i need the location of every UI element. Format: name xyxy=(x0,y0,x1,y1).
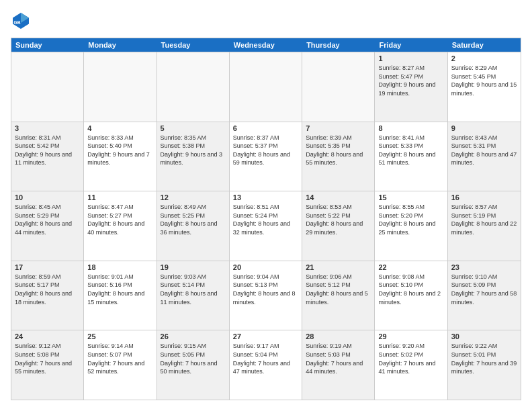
week-row-2: 10Sunrise: 8:45 AM Sunset: 5:29 PM Dayli… xyxy=(11,191,521,261)
cal-cell-1: 1Sunrise: 8:27 AM Sunset: 5:47 PM Daylig… xyxy=(375,52,447,122)
cal-cell-12: 12Sunrise: 8:49 AM Sunset: 5:25 PM Dayli… xyxy=(157,191,230,261)
day-number: 10 xyxy=(15,193,80,201)
day-info: Sunrise: 8:31 AM Sunset: 5:42 PM Dayligh… xyxy=(15,134,80,167)
cal-cell-5: 5Sunrise: 8:35 AM Sunset: 5:38 PM Daylig… xyxy=(157,122,230,191)
cal-cell-17: 17Sunrise: 8:59 AM Sunset: 5:17 PM Dayli… xyxy=(11,261,84,330)
cal-cell-22: 22Sunrise: 9:08 AM Sunset: 5:10 PM Dayli… xyxy=(375,261,447,330)
cal-cell-10: 10Sunrise: 8:45 AM Sunset: 5:29 PM Dayli… xyxy=(11,191,84,261)
cal-cell-empty-0-2 xyxy=(157,52,230,122)
day-number: 16 xyxy=(451,193,517,201)
day-number: 18 xyxy=(87,263,152,271)
cal-cell-26: 26Sunrise: 9:15 AM Sunset: 5:05 PM Dayli… xyxy=(157,330,230,400)
day-info: Sunrise: 8:33 AM Sunset: 5:40 PM Dayligh… xyxy=(87,134,152,167)
calendar-header: SundayMondayTuesdayWednesdayThursdayFrid… xyxy=(11,38,521,52)
day-number: 24 xyxy=(15,332,80,340)
day-number: 5 xyxy=(161,124,226,132)
day-number: 2 xyxy=(451,54,517,62)
day-info: Sunrise: 8:53 AM Sunset: 5:22 PM Dayligh… xyxy=(306,203,371,236)
day-number: 4 xyxy=(87,124,152,132)
day-number: 8 xyxy=(378,124,443,132)
day-info: Sunrise: 8:45 AM Sunset: 5:29 PM Dayligh… xyxy=(15,203,80,236)
day-info: Sunrise: 9:15 AM Sunset: 5:05 PM Dayligh… xyxy=(161,342,226,375)
week-row-1: 3Sunrise: 8:31 AM Sunset: 5:42 PM Daylig… xyxy=(11,122,521,191)
day-number: 15 xyxy=(378,193,443,201)
day-info: Sunrise: 8:41 AM Sunset: 5:33 PM Dayligh… xyxy=(378,134,443,167)
day-number: 21 xyxy=(306,263,371,271)
cal-cell-23: 23Sunrise: 9:10 AM Sunset: 5:09 PM Dayli… xyxy=(448,261,521,330)
day-of-week-monday: Monday xyxy=(84,38,157,52)
header: GB xyxy=(11,11,521,31)
day-info: Sunrise: 8:29 AM Sunset: 5:45 PM Dayligh… xyxy=(451,64,517,97)
day-info: Sunrise: 9:04 AM Sunset: 5:13 PM Dayligh… xyxy=(233,273,298,306)
cal-cell-9: 9Sunrise: 8:43 AM Sunset: 5:31 PM Daylig… xyxy=(448,122,521,191)
day-number: 7 xyxy=(306,124,371,132)
day-info: Sunrise: 8:59 AM Sunset: 5:17 PM Dayligh… xyxy=(15,273,80,306)
day-info: Sunrise: 9:10 AM Sunset: 5:09 PM Dayligh… xyxy=(451,273,517,306)
day-number: 9 xyxy=(451,124,517,132)
day-of-week-thursday: Thursday xyxy=(302,38,375,52)
day-info: Sunrise: 8:39 AM Sunset: 5:35 PM Dayligh… xyxy=(306,134,371,167)
day-of-week-friday: Friday xyxy=(375,38,447,52)
cal-cell-24: 24Sunrise: 9:12 AM Sunset: 5:08 PM Dayli… xyxy=(11,330,84,400)
day-number: 11 xyxy=(87,193,152,201)
day-of-week-saturday: Saturday xyxy=(448,38,521,52)
day-of-week-wednesday: Wednesday xyxy=(230,38,302,52)
day-info: Sunrise: 8:35 AM Sunset: 5:38 PM Dayligh… xyxy=(161,134,226,167)
logo: GB xyxy=(11,11,34,31)
day-number: 13 xyxy=(233,193,298,201)
day-number: 30 xyxy=(451,332,517,340)
day-info: Sunrise: 9:22 AM Sunset: 5:01 PM Dayligh… xyxy=(451,342,517,375)
day-number: 27 xyxy=(233,332,298,340)
day-info: Sunrise: 9:19 AM Sunset: 5:03 PM Dayligh… xyxy=(306,342,371,375)
page: GB SundayMondayTuesdayWednesdayThursdayF… xyxy=(0,0,532,411)
day-info: Sunrise: 9:14 AM Sunset: 5:07 PM Dayligh… xyxy=(87,342,152,375)
cal-cell-14: 14Sunrise: 8:53 AM Sunset: 5:22 PM Dayli… xyxy=(302,191,375,261)
day-info: Sunrise: 8:37 AM Sunset: 5:37 PM Dayligh… xyxy=(233,134,298,167)
day-number: 26 xyxy=(161,332,226,340)
svg-text:GB: GB xyxy=(14,20,21,25)
cal-cell-25: 25Sunrise: 9:14 AM Sunset: 5:07 PM Dayli… xyxy=(84,330,157,400)
day-number: 3 xyxy=(15,124,80,132)
day-info: Sunrise: 8:49 AM Sunset: 5:25 PM Dayligh… xyxy=(161,203,226,236)
day-number: 17 xyxy=(15,263,80,271)
cal-cell-18: 18Sunrise: 9:01 AM Sunset: 5:16 PM Dayli… xyxy=(84,261,157,330)
cal-cell-3: 3Sunrise: 8:31 AM Sunset: 5:42 PM Daylig… xyxy=(11,122,84,191)
cal-cell-empty-0-4 xyxy=(302,52,375,122)
day-info: Sunrise: 8:51 AM Sunset: 5:24 PM Dayligh… xyxy=(233,203,298,236)
day-info: Sunrise: 8:47 AM Sunset: 5:27 PM Dayligh… xyxy=(87,203,152,236)
day-info: Sunrise: 9:03 AM Sunset: 5:14 PM Dayligh… xyxy=(161,273,226,306)
cal-cell-empty-0-3 xyxy=(230,52,302,122)
day-number: 1 xyxy=(378,54,443,62)
day-info: Sunrise: 8:43 AM Sunset: 5:31 PM Dayligh… xyxy=(451,134,517,167)
day-info: Sunrise: 8:57 AM Sunset: 5:19 PM Dayligh… xyxy=(451,203,517,236)
cal-cell-7: 7Sunrise: 8:39 AM Sunset: 5:35 PM Daylig… xyxy=(302,122,375,191)
cal-cell-21: 21Sunrise: 9:06 AM Sunset: 5:12 PM Dayli… xyxy=(302,261,375,330)
calendar-body: 1Sunrise: 8:27 AM Sunset: 5:47 PM Daylig… xyxy=(11,52,521,400)
day-info: Sunrise: 9:12 AM Sunset: 5:08 PM Dayligh… xyxy=(15,342,80,375)
cal-cell-19: 19Sunrise: 9:03 AM Sunset: 5:14 PM Dayli… xyxy=(157,261,230,330)
day-info: Sunrise: 9:01 AM Sunset: 5:16 PM Dayligh… xyxy=(87,273,152,306)
day-number: 23 xyxy=(451,263,517,271)
day-number: 29 xyxy=(378,332,443,340)
cal-cell-empty-0-1 xyxy=(84,52,157,122)
cal-cell-27: 27Sunrise: 9:17 AM Sunset: 5:04 PM Dayli… xyxy=(230,330,302,400)
cal-cell-11: 11Sunrise: 8:47 AM Sunset: 5:27 PM Dayli… xyxy=(84,191,157,261)
cal-cell-empty-0-0 xyxy=(11,52,84,122)
day-info: Sunrise: 9:17 AM Sunset: 5:04 PM Dayligh… xyxy=(233,342,298,375)
cal-cell-8: 8Sunrise: 8:41 AM Sunset: 5:33 PM Daylig… xyxy=(375,122,447,191)
cal-cell-30: 30Sunrise: 9:22 AM Sunset: 5:01 PM Dayli… xyxy=(448,330,521,400)
day-number: 19 xyxy=(161,263,226,271)
day-info: Sunrise: 9:06 AM Sunset: 5:12 PM Dayligh… xyxy=(306,273,371,306)
cal-cell-29: 29Sunrise: 9:20 AM Sunset: 5:02 PM Dayli… xyxy=(375,330,447,400)
day-info: Sunrise: 8:55 AM Sunset: 5:20 PM Dayligh… xyxy=(378,203,443,236)
week-row-3: 17Sunrise: 8:59 AM Sunset: 5:17 PM Dayli… xyxy=(11,261,521,330)
day-of-week-sunday: Sunday xyxy=(11,38,84,52)
cal-cell-28: 28Sunrise: 9:19 AM Sunset: 5:03 PM Dayli… xyxy=(302,330,375,400)
cal-cell-2: 2Sunrise: 8:29 AM Sunset: 5:45 PM Daylig… xyxy=(448,52,521,122)
week-row-4: 24Sunrise: 9:12 AM Sunset: 5:08 PM Dayli… xyxy=(11,330,521,400)
day-number: 22 xyxy=(378,263,443,271)
cal-cell-20: 20Sunrise: 9:04 AM Sunset: 5:13 PM Dayli… xyxy=(230,261,302,330)
cal-cell-16: 16Sunrise: 8:57 AM Sunset: 5:19 PM Dayli… xyxy=(448,191,521,261)
calendar: SundayMondayTuesdayWednesdayThursdayFrid… xyxy=(11,38,521,400)
logo-icon: GB xyxy=(11,11,31,31)
